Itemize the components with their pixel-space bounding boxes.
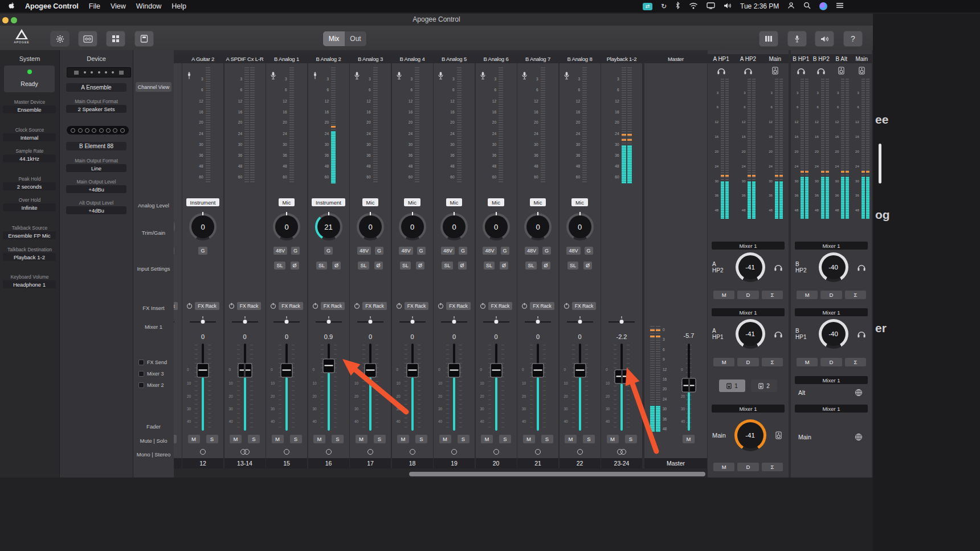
mute-button[interactable]: M (188, 435, 200, 443)
fader-handle[interactable] (490, 363, 502, 377)
input-type-button[interactable]: Mic (571, 198, 588, 206)
fader-handle[interactable] (238, 363, 252, 377)
fader-handle[interactable] (448, 363, 460, 377)
grille-icon[interactable] (853, 433, 864, 441)
tab-mix[interactable]: Mix (323, 31, 345, 46)
power-icon[interactable] (228, 301, 235, 311)
mute-button[interactable]: M (713, 463, 734, 471)
channel-fader[interactable]: 010203040 (224, 342, 266, 432)
channel-option-g-button[interactable]: G (291, 247, 300, 255)
settings-button[interactable] (50, 31, 70, 47)
mute-button[interactable]: M (272, 435, 284, 443)
fader-handle[interactable] (197, 363, 209, 377)
channel-option-ø-button[interactable]: Ø (291, 262, 299, 270)
channel-option-ø-button[interactable]: Ø (500, 262, 508, 270)
siri-icon[interactable] (819, 2, 827, 10)
solo-button[interactable]: S (290, 435, 302, 443)
tab-out[interactable]: Out (345, 31, 366, 46)
channel-option-48v-button[interactable]: 48V (525, 247, 538, 255)
apple-icon[interactable] (8, 2, 15, 11)
channel-option-48v-button[interactable]: 48V (273, 247, 287, 255)
channel-fader[interactable]: 010203040 (476, 342, 517, 432)
device-b-output-format[interactable]: Line (66, 164, 126, 172)
view-item[interactable]: Trim/Gain (133, 230, 174, 236)
view-item[interactable]: Analog Level (133, 202, 174, 209)
mute-button[interactable]: M (230, 435, 242, 443)
fx-rack-button[interactable]: FX Rack (195, 302, 219, 310)
mixer-select-button[interactable]: Mixer 1 (712, 405, 785, 413)
trim-knob[interactable]: 0 (566, 213, 594, 240)
channel-option-g-button[interactable]: G (585, 247, 593, 255)
mute-button[interactable]: M (797, 358, 818, 366)
channel-fader[interactable]: 010203040 (308, 342, 349, 432)
channel-fader[interactable]: 010203040 (560, 342, 601, 432)
channel-option-48v-button[interactable]: 48V (357, 247, 371, 255)
solo-button[interactable]: S (458, 435, 469, 443)
switch-control-icon[interactable]: ⇄ (643, 3, 652, 10)
talkback-button[interactable] (787, 31, 807, 47)
checkbox[interactable] (138, 360, 144, 365)
channel-option-g-button[interactable]: G (542, 247, 551, 255)
mixer-select-button[interactable]: Mixer 1 (712, 308, 785, 316)
trim-knob[interactable]: 0 (357, 213, 384, 240)
system-field-value[interactable]: Ensemble (3, 105, 56, 113)
channel-option-g-button[interactable]: G (174, 247, 174, 255)
solo-button[interactable]: S (374, 435, 386, 443)
solo-button[interactable]: S (174, 435, 177, 443)
fx-rack-button[interactable]: FX Rack (405, 302, 429, 310)
fx-rack-button[interactable]: FX Rack (446, 302, 471, 310)
input-type-button[interactable]: Mic (488, 198, 504, 206)
trim-knob[interactable]: 0 (189, 213, 217, 240)
mixer-select-button[interactable]: Mixer 1 (795, 308, 868, 316)
search-icon[interactable] (803, 2, 811, 11)
output-level-knob[interactable]: -41 (736, 252, 765, 282)
system-field-value[interactable]: Infinite (3, 203, 56, 211)
input-type-button[interactable]: Mic (279, 198, 295, 206)
checkbox[interactable] (138, 371, 144, 377)
sum-button[interactable]: Σ (762, 291, 783, 299)
pan-slider[interactable] (399, 319, 426, 325)
mute-button[interactable]: M (523, 435, 535, 443)
channel-option-sl-button[interactable]: SL (400, 262, 411, 270)
display-icon[interactable] (707, 2, 715, 11)
view-item[interactable]: Mixer 1 (133, 324, 174, 330)
power-icon[interactable] (354, 301, 360, 311)
menu-view[interactable]: View (111, 2, 126, 10)
power-icon[interactable] (186, 301, 193, 311)
menu-window[interactable]: Window (136, 2, 161, 10)
output-level-knob[interactable]: -41 (736, 319, 765, 349)
channel-option-g-button[interactable]: G (459, 247, 467, 255)
channel-fader[interactable]: 010203040 (517, 342, 558, 432)
input-type-button[interactable]: Mic (404, 198, 420, 206)
solo-button[interactable]: S (415, 435, 427, 443)
grille-icon[interactable] (853, 389, 864, 397)
channel-fader[interactable]: 010203040 (350, 342, 391, 432)
solo-button[interactable]: S (206, 435, 218, 443)
mono-link-icon[interactable] (326, 449, 332, 455)
fx-rack-button[interactable]: FX Rack (237, 302, 262, 310)
system-field-value[interactable]: 44.1kHz (3, 154, 56, 162)
dim-button[interactable]: D (737, 463, 758, 471)
pan-handle[interactable] (578, 320, 582, 324)
pan-handle[interactable] (243, 320, 247, 324)
mixer-select-button[interactable]: Mixer 1 (712, 242, 785, 250)
sum-button[interactable]: Σ (845, 358, 866, 366)
pan-handle[interactable] (494, 320, 498, 324)
channel-option-ø-button[interactable]: Ø (542, 262, 550, 270)
mono-link-icon[interactable] (535, 449, 541, 455)
mute-button[interactable]: M (607, 435, 619, 443)
trim-knob[interactable]: 21 (315, 213, 342, 240)
view-toggle[interactable]: Mixer 2 (138, 382, 164, 388)
power-icon[interactable] (521, 301, 528, 311)
fx-rack-button[interactable]: FX Rack (488, 302, 513, 310)
pan-slider[interactable] (232, 319, 258, 325)
pan-slider[interactable] (483, 319, 509, 325)
system-field-value[interactable]: Headphone 1 (3, 280, 56, 288)
fx-rack-button[interactable]: FX Rack (174, 302, 178, 310)
channel-fader[interactable]: 010203040 (266, 342, 307, 432)
user-icon[interactable] (787, 2, 795, 11)
view-item[interactable]: Fader (133, 423, 174, 430)
device-a-button[interactable]: A Ensemble (66, 83, 126, 92)
pan-slider[interactable] (174, 319, 174, 325)
menu-clock[interactable]: Tue 2:36 PM (740, 2, 779, 10)
